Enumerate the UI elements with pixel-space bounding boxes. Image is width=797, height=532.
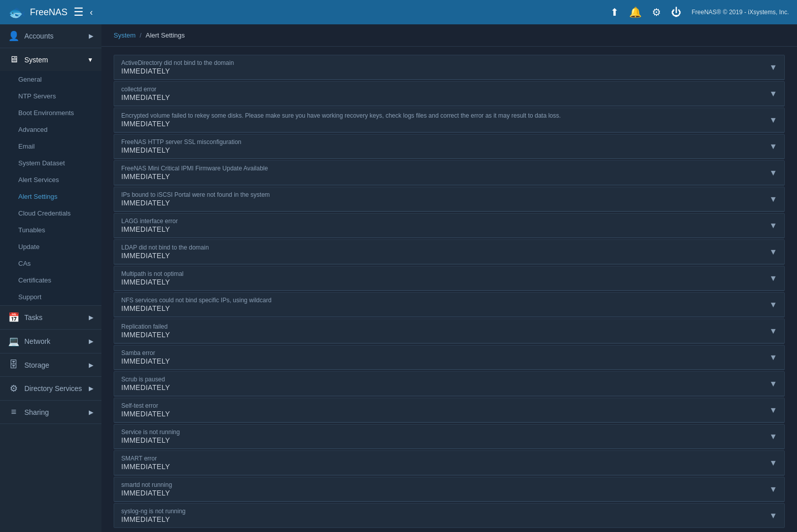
alert-label-ldap: LDAP did not bind to the domain [121,244,209,251]
alert-item-selftest: Self-test errorIMMEDIATELY▼ [114,398,785,423]
sidebar-section-accounts: 👤 Accounts ▶ [0,24,101,48]
alert-item-inner-smart[interactable]: SMART errorIMMEDIATELY▼ [114,451,784,475]
sidebar-section-sharing: ≡ Sharing ▶ [0,401,101,424]
alert-dropdown-icon-service[interactable]: ▼ [769,432,777,441]
alert-item-inner-multipath[interactable]: Multipath is not optimalIMMEDIATELY▼ [114,266,784,290]
sidebar-item-alert-settings[interactable]: Alert Settings [0,188,101,205]
alert-item-left-lagg: LAGG interface errorIMMEDIATELY [121,218,178,233]
sidebar-item-cas[interactable]: CAs [0,255,101,272]
alert-label-smartd: smartd not running [121,481,172,488]
alert-item-smartd: smartd not runningIMMEDIATELY▼ [114,477,785,502]
alert-item-inner-samba[interactable]: Samba errorIMMEDIATELY▼ [114,345,784,369]
alert-item-collectd: collectd errorIMMEDIATELY▼ [114,81,785,107]
alert-value-replication: IMMEDIATELY [121,331,170,339]
sidebar-item-tasks[interactable]: 📅 Tasks ▶ [0,306,101,329]
alert-label-nfs: NFS services could not bind specific IPs… [121,297,271,304]
alert-dropdown-icon-encrypted[interactable]: ▼ [769,116,777,125]
alert-divider-11 [114,369,784,370]
alert-label-replication: Replication failed [121,323,170,330]
alert-item-inner-lagg[interactable]: LAGG interface errorIMMEDIATELY▼ [114,214,784,237]
power-icon[interactable]: ⏻ [671,7,681,18]
alert-item-inner-service[interactable]: Service is not runningIMMEDIATELY▼ [114,424,784,448]
alert-dropdown-icon-collectd[interactable]: ▼ [769,89,777,98]
sidebar-item-tunables[interactable]: Tunables [0,222,101,238]
alert-dropdown-icon-syslog[interactable]: ▼ [769,511,777,520]
gear-icon[interactable]: ⚙ [652,6,661,18]
alert-dropdown-icon-multipath[interactable]: ▼ [769,274,777,283]
alert-dropdown-icon-replication[interactable]: ▼ [769,327,777,336]
alert-value-activedirectory: IMMEDIATELY [121,67,234,75]
alert-item-inner-scrub[interactable]: Scrub is pausedIMMEDIATELY▼ [114,372,784,396]
alert-item-left-smartd: smartd not runningIMMEDIATELY [121,481,172,497]
alert-dropdown-icon-freenas-ipmi[interactable]: ▼ [769,168,777,178]
directory-label: Directory Services [24,384,82,393]
alert-item-multipath: Multipath is not optimalIMMEDIATELY▼ [114,266,785,291]
alert-dropdown-icon-activedirectory[interactable]: ▼ [769,63,777,72]
alert-dropdown-icon-freenas-ssl[interactable]: ▼ [769,142,777,151]
alert-dropdown-icon-ldap[interactable]: ▼ [769,247,777,257]
alert-value-iscsi: IMMEDIATELY [121,199,270,207]
alert-divider-0 [114,79,784,80]
alert-item-inner-activedirectory[interactable]: ActiveDirectory did not bind to the doma… [114,55,784,79]
upload-icon[interactable]: ⬆ [610,6,619,18]
alert-item-inner-syslog[interactable]: syslog-ng is not runningIMMEDIATELY▼ [114,504,784,527]
storage-icon: 🗄 [8,360,19,370]
alert-dropdown-icon-samba[interactable]: ▼ [769,353,777,362]
sidebar-item-advanced[interactable]: Advanced [0,121,101,138]
alert-label-syslog: syslog-ng is not running [121,508,186,515]
alert-item-inner-ldap[interactable]: LDAP did not bind to the domainIMMEDIATE… [114,240,784,264]
alert-item-inner-collectd[interactable]: collectd errorIMMEDIATELY▼ [114,82,784,105]
sidebar-item-email[interactable]: Email [0,138,101,155]
alert-item-encrypted: Encrypted volume failed to rekey some di… [114,108,785,133]
alert-dropdown-icon-smart[interactable]: ▼ [769,458,777,468]
sidebar-item-alert-services[interactable]: Alert Services [0,171,101,188]
sidebar-item-cloud[interactable]: Cloud Credentials [0,205,101,222]
main-layout: 👤 Accounts ▶ 🖥 System ▼ General NTP Serv… [0,24,797,532]
alert-item-inner-freenas-ipmi[interactable]: FreeNAS Mini Critical IPMI Firmware Upda… [114,161,784,185]
sidebar-item-support[interactable]: Support [0,289,101,305]
alert-dropdown-icon-lagg[interactable]: ▼ [769,221,777,230]
alert-dropdown-icon-selftest[interactable]: ▼ [769,406,777,415]
bell-icon[interactable]: 🔔 [629,6,642,18]
alert-item-inner-nfs[interactable]: NFS services could not bind specific IPs… [114,293,784,316]
alert-value-ldap: IMMEDIATELY [121,252,209,260]
alert-item-inner-iscsi[interactable]: IPs bound to iSCSI Portal were not found… [114,187,784,211]
network-label: Network [24,337,50,345]
sidebar-item-system[interactable]: 🖥 System ▼ [0,48,101,71]
alert-item-inner-encrypted[interactable]: Encrypted volume failed to rekey some di… [114,108,784,132]
alert-item-inner-selftest[interactable]: Self-test errorIMMEDIATELY▼ [114,398,784,422]
alert-value-service: IMMEDIATELY [121,436,180,444]
alert-value-lagg: IMMEDIATELY [121,225,178,233]
sidebar-item-general[interactable]: General [0,71,101,88]
sidebar-item-sharing[interactable]: ≡ Sharing ▶ [0,401,101,423]
alert-dropdown-icon-nfs[interactable]: ▼ [769,300,777,309]
sidebar-item-boot[interactable]: Boot Environments [0,104,101,121]
sidebar-item-dataset[interactable]: System Dataset [0,155,101,171]
alert-item-inner-freenas-ssl[interactable]: FreeNAS HTTP server SSL misconfiguration… [114,134,784,158]
sidebar-item-network[interactable]: 💻 Network ▶ [0,330,101,353]
alert-settings-list: ActiveDirectory did not bind to the doma… [101,47,797,532]
menu-icon[interactable]: ☰ [74,6,84,19]
sidebar-item-storage[interactable]: 🗄 Storage ▶ [0,353,101,376]
alert-item-left-smart: SMART errorIMMEDIATELY [121,455,170,471]
back-icon[interactable]: ‹ [90,7,93,18]
alert-label-lagg: LAGG interface error [121,218,178,225]
alert-divider-14 [114,448,784,449]
alert-label-scrub: Scrub is paused [121,376,170,383]
alert-value-nfs: IMMEDIATELY [121,304,271,312]
sidebar-item-directory[interactable]: ⚙ Directory Services ▶ [0,377,101,400]
sidebar-item-accounts[interactable]: 👤 Accounts ▶ [0,24,101,48]
sidebar-item-update[interactable]: Update [0,238,101,255]
alert-item-scrub: Scrub is pausedIMMEDIATELY▼ [114,371,785,397]
breadcrumb-system[interactable]: System [114,31,135,39]
alert-item-iscsi: IPs bound to iSCSI Portal were not found… [114,187,785,212]
alert-dropdown-icon-smartd[interactable]: ▼ [769,485,777,494]
alert-divider-5 [114,211,784,211]
version-text: FreeNAS® © 2019 - iXsystems, Inc. [691,9,789,16]
sidebar-item-certs[interactable]: Certificates [0,272,101,289]
alert-dropdown-icon-iscsi[interactable]: ▼ [769,195,777,204]
sidebar-item-ntp[interactable]: NTP Servers [0,88,101,104]
alert-item-inner-smartd[interactable]: smartd not runningIMMEDIATELY▼ [114,477,784,501]
alert-dropdown-icon-scrub[interactable]: ▼ [769,379,777,388]
alert-item-inner-replication[interactable]: Replication failedIMMEDIATELY▼ [114,319,784,343]
